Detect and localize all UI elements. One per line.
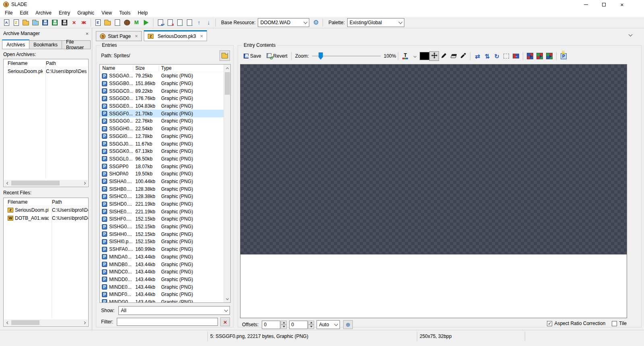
- tile-checkbox[interactable]: [612, 321, 617, 326]
- entry-row[interactable]: PMINDA0...143.44kbGraphic (PNG): [100, 253, 224, 261]
- entry-row[interactable]: PSISHA0....100.44kbGraphic (PNG): [100, 178, 224, 186]
- aspect-ratio-option[interactable]: ✓ Aspect Ratio Correction: [547, 321, 605, 326]
- entry-row[interactable]: PMINDD0...143.44kbGraphic (PNG): [100, 276, 224, 283]
- entry-row[interactable]: PSISHE0....221.19kbGraphic (PNG): [100, 208, 224, 215]
- scrollbar-thumb[interactable]: [225, 72, 230, 95]
- tile-option[interactable]: Tile: [612, 321, 627, 326]
- entry-row[interactable]: PSSGGA0....79.25kbGraphic (PNG): [100, 72, 224, 80]
- menu-file[interactable]: File: [1, 9, 16, 17]
- colourise-button[interactable]: [525, 51, 535, 61]
- close-archive-button[interactable]: ×: [69, 18, 79, 27]
- up-directory-button[interactable]: ↑: [219, 50, 230, 61]
- scrollbar-thumb[interactable]: [11, 320, 39, 325]
- save-archive-as-button[interactable]: [50, 18, 60, 27]
- erase-tool-button[interactable]: [449, 51, 458, 61]
- save-button[interactable]: Save: [242, 52, 263, 60]
- entry-row[interactable]: PSISHG0....152.15kbGraphic (PNG): [100, 223, 224, 231]
- show-filter-select[interactable]: All: [118, 306, 230, 315]
- scroll-left-icon[interactable]: [4, 180, 10, 186]
- new-zip-archive-button[interactable]: Z: [11, 18, 21, 27]
- entry-row[interactable]: PSISHB0....128.38kbGraphic (PNG): [100, 185, 224, 193]
- minimize-button[interactable]: [577, 0, 595, 9]
- new-archive-button[interactable]: A: [2, 18, 11, 27]
- slider-thumb[interactable]: [319, 52, 323, 60]
- scroll-left-icon[interactable]: [4, 319, 10, 326]
- column-header-type[interactable]: Type: [159, 65, 230, 71]
- entry-row[interactable]: PSSGGK0....67.13kbGraphic (PNG): [100, 148, 224, 155]
- menu-entry[interactable]: Entry: [55, 9, 74, 17]
- offset-x-input[interactable]: [262, 321, 280, 329]
- colour-remap-button[interactable]: →: [511, 51, 521, 61]
- drawing-settings-dropdown-button[interactable]: [410, 51, 420, 61]
- mirror-horizontal-button[interactable]: ⇄: [472, 51, 482, 61]
- entry-row[interactable]: PSHOPA019.50kbGraphic (PNG): [100, 170, 224, 178]
- close-all-button[interactable]: ××: [79, 18, 89, 27]
- panel-close-icon[interactable]: ×: [85, 31, 89, 37]
- column-header-filename[interactable]: Filename: [4, 60, 43, 66]
- move-down-button[interactable]: ↓: [204, 18, 213, 27]
- new-directory-button[interactable]: [103, 18, 112, 27]
- column-header-name[interactable]: Name: [100, 65, 133, 71]
- column-divider[interactable]: [159, 65, 159, 71]
- offset-y-input[interactable]: [289, 321, 308, 329]
- menu-view[interactable]: View: [98, 9, 116, 17]
- menu-tools[interactable]: Tools: [116, 9, 134, 17]
- convert-colours-button[interactable]: [545, 51, 554, 61]
- tab-archives[interactable]: Archives: [2, 40, 29, 49]
- column-divider[interactable]: [46, 60, 46, 179]
- scroll-right-icon[interactable]: [81, 180, 88, 186]
- zoom-slider[interactable]: [312, 52, 381, 60]
- gfx-canvas[interactable]: [240, 65, 627, 254]
- run-archive-button[interactable]: [141, 18, 151, 27]
- drawing-settings-button[interactable]: T: [400, 51, 410, 61]
- entry-row[interactable]: PMINDB0...143.44kbGraphic (PNG): [100, 261, 224, 268]
- move-tool-button[interactable]: [429, 51, 439, 61]
- open-archive-row[interactable]: SeriousDoom.pk3C:\Users\bprol\Des: [4, 67, 88, 75]
- tab-seriousdoom-pk3[interactable]: Z SeriousDoom.pk3 ×: [144, 30, 207, 41]
- tab-bookmarks[interactable]: Bookmarks: [29, 40, 62, 49]
- entry-row[interactable]: PSISHI0.p...152.15kbGraphic (PNG): [100, 238, 224, 246]
- entry-row[interactable]: PSSGGC0....89.22kbGraphic (PNG): [100, 87, 224, 95]
- offset-x-spinner[interactable]: [281, 321, 287, 329]
- new-entry-button[interactable]: E: [93, 18, 103, 27]
- rotate-button[interactable]: ↻: [492, 51, 501, 61]
- entry-row[interactable]: PSISHC0....128.38kbGraphic (PNG): [100, 193, 224, 200]
- title-bar[interactable]: S SLADE ×: [0, 0, 644, 9]
- move-up-button[interactable]: ↑: [194, 18, 204, 27]
- clear-filter-button[interactable]: ×: [220, 317, 230, 326]
- pick-colour-tool-button[interactable]: [458, 51, 468, 61]
- entry-row[interactable]: PSISHF0....152.15kbGraphic (PNG): [100, 215, 224, 223]
- column-divider[interactable]: [52, 199, 52, 318]
- entry-row[interactable]: PMINDC0...143.44kbGraphic (PNG): [100, 268, 224, 276]
- entry-row[interactable]: PSSGPP018.07kbGraphic (PNG): [100, 163, 224, 170]
- entry-row[interactable]: PSSHFA0....160.99kbGraphic (PNG): [100, 246, 224, 253]
- entry-row[interactable]: PSSGGG0....22.76kbGraphic (PNG): [100, 117, 224, 125]
- entry-row[interactable]: PSSGGJ0....11.67kbGraphic (PNG): [100, 140, 224, 148]
- entry-row[interactable]: PSSGGI0....12.78kbGraphic (PNG): [100, 133, 224, 140]
- texture-editor-button[interactable]: [122, 18, 132, 27]
- tab-start-page[interactable]: S Start Page ×: [96, 31, 142, 41]
- save-archive-button[interactable]: [40, 18, 50, 27]
- entry-row[interactable]: PSSGGD0....176.76kbGraphic (PNG): [100, 95, 224, 102]
- scroll-up-icon[interactable]: [224, 65, 231, 71]
- recent-file-row[interactable]: ZSeriousDoom.pk3C:\Users\bprol\De: [4, 206, 88, 214]
- auto-offset-button[interactable]: ⊕: [343, 320, 353, 329]
- menu-archive[interactable]: Archive: [32, 9, 55, 17]
- scrollbar-thumb[interactable]: [11, 181, 60, 186]
- menu-edit[interactable]: Edit: [16, 9, 32, 17]
- save-all-button[interactable]: [60, 18, 69, 27]
- entry-row[interactable]: PMINDF0...143.44kbGraphic (PNG): [100, 291, 224, 298]
- menu-graphic[interactable]: Graphic: [74, 9, 98, 17]
- maximize-button[interactable]: [595, 0, 613, 9]
- entry-row[interactable]: PSSGGH0....22.54kbGraphic (PNG): [100, 125, 224, 133]
- tab-file-browser[interactable]: File Browser: [62, 40, 91, 49]
- tab-list-dropdown-icon[interactable]: [629, 33, 633, 37]
- open-archive-button[interactable]: [21, 18, 31, 27]
- flip-vertical-button[interactable]: ⇅: [482, 51, 492, 61]
- vertical-scrollbar[interactable]: [224, 65, 230, 302]
- menu-help[interactable]: Help: [134, 9, 151, 17]
- base-resource-settings-button[interactable]: ⚙: [311, 18, 321, 27]
- entry-row[interactable]: PMINDE0...143.44kbGraphic (PNG): [100, 283, 224, 291]
- map-editor-button[interactable]: M: [132, 18, 141, 27]
- paint-tool-button[interactable]: [439, 51, 449, 61]
